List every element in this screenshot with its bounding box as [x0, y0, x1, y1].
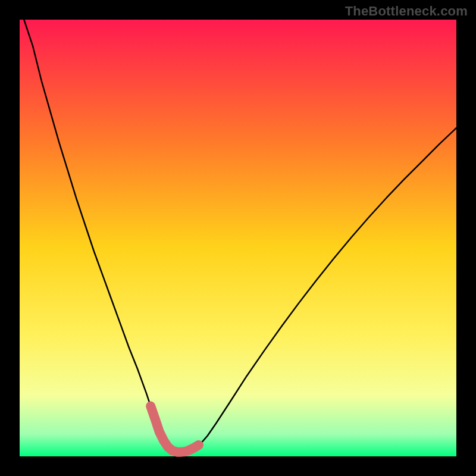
- bottleneck-chart: [0, 0, 476, 476]
- chart-frame: TheBottleneck.com: [0, 0, 476, 476]
- watermark-text: TheBottleneck.com: [345, 4, 468, 19]
